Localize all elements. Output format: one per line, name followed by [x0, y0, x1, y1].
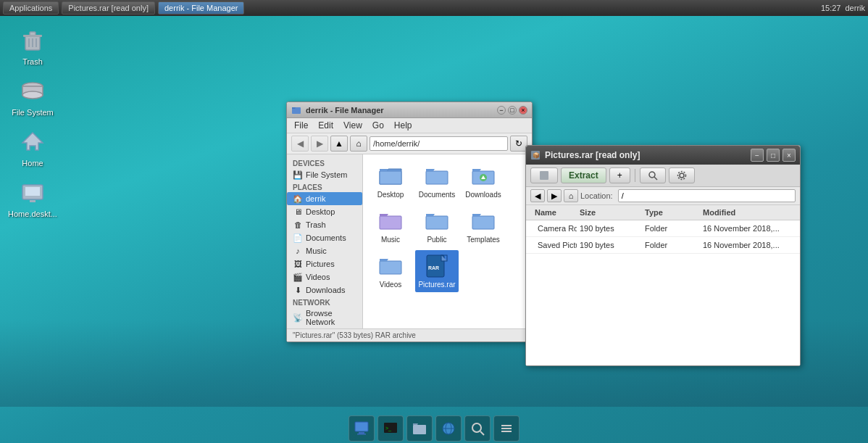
sidebar-item-browse-network[interactable]: 📡 Browse Network: [287, 307, 362, 328]
fm-menu-help[interactable]: Help: [393, 120, 414, 131]
taskbar-top: Applications Pictures.rar [read only] de…: [0, 0, 868, 16]
terminal-icon: >_: [383, 421, 398, 436]
file-manager-window: derrik - File Manager − □ × File Edit Vi…: [286, 102, 533, 342]
sidebar-item-desktop[interactable]: 🖥 Desktop: [287, 205, 362, 218]
arch-nav: ◀ ▶ ⌂ Location: /: [526, 187, 800, 205]
file-desktop[interactable]: Desktop: [369, 160, 412, 202]
arch-home-btn[interactable]: ⌂: [564, 189, 578, 202]
public-folder-icon: [424, 208, 450, 234]
svg-text:📦: 📦: [533, 152, 540, 159]
arch-settings-btn[interactable]: [669, 167, 695, 183]
fm-status-text: "Pictures.rar" (533 bytes) RAR archive: [293, 331, 416, 339]
window2-button[interactable]: derrik - File Manager: [158, 1, 244, 15]
downloads-icon: ⬇: [293, 285, 303, 295]
file-videos[interactable]: Videos: [369, 250, 412, 292]
svg-marker-17: [380, 169, 388, 171]
window1-button[interactable]: Pictures.rar [read only]: [62, 1, 155, 15]
applications-button[interactable]: Applications: [3, 1, 59, 15]
arch-forward-btn[interactable]: ▶: [547, 189, 562, 202]
svg-marker-27: [426, 214, 435, 216]
file-public-label: Public: [427, 236, 446, 244]
network-icon: 📡: [293, 312, 303, 323]
fm-title: derrik - File Manager: [306, 106, 384, 115]
sidebar-item-pictures[interactable]: 🖼 Pictures: [287, 257, 362, 270]
arch-search-btn[interactable]: [640, 167, 666, 183]
arch-minimize-btn[interactable]: −: [751, 149, 764, 162]
dock-menu-btn[interactable]: [493, 415, 519, 442]
dock-terminal-btn[interactable]: >_: [377, 415, 404, 442]
dock-monitor-btn[interactable]: [349, 415, 375, 442]
sidebar-item-documents[interactable]: 📄 Documents: [287, 231, 362, 244]
fm-address-bar[interactable]: /home/derrik/: [370, 136, 508, 151]
svg-marker-31: [380, 259, 388, 261]
dock-folder-btn[interactable]: [406, 415, 433, 442]
sidebar-item-derrik[interactable]: 🏠 derrik: [287, 192, 362, 205]
trash-sidebar-icon: 🗑: [293, 220, 303, 230]
arch-table-body: Camera Roll 190 bytes Folder 16 November…: [526, 220, 800, 365]
user-home-icon: 🏠: [293, 194, 303, 204]
file-music[interactable]: Music: [369, 205, 412, 247]
svg-rect-38: [540, 171, 548, 180]
arch-extract-btn[interactable]: Extract: [561, 167, 606, 183]
dock-search-btn[interactable]: [464, 415, 491, 442]
taskbar-bottom: >_: [0, 414, 868, 443]
trash-icon: [18, 25, 47, 54]
arch-row-0[interactable]: Camera Roll 190 bytes Folder 16 November…: [526, 220, 800, 237]
file-pictures-rar[interactable]: RAR Pictures.rar: [415, 250, 459, 292]
svg-line-40: [654, 177, 657, 180]
fm-statusbar: "Pictures.rar" (533 bytes) RAR archive: [287, 328, 532, 341]
fm-menu-view[interactable]: View: [342, 120, 364, 131]
cell-name-0: Camera Roll: [532, 222, 577, 235]
file-downloads[interactable]: Downloads: [462, 160, 505, 202]
sidebar-item-filesystem[interactable]: 💾 File System: [287, 168, 362, 181]
sidebar-item-downloads[interactable]: ⬇ Downloads: [287, 283, 362, 297]
fm-close-btn[interactable]: ×: [519, 106, 527, 115]
svg-rect-49: [357, 434, 366, 435]
arch-row-1[interactable]: Saved Pictures 190 bytes Folder 16 Novem…: [526, 237, 800, 254]
arch-maximize-btn[interactable]: □: [767, 149, 780, 162]
sidebar-item-trash[interactable]: 🗑 Trash: [287, 218, 362, 231]
svg-rect-24: [380, 216, 401, 229]
file-public[interactable]: Public: [415, 205, 459, 247]
cell-modified-1: 16 November 2018,...: [700, 239, 794, 252]
desktop-icon-filesystem[interactable]: File System: [7, 76, 58, 117]
fm-menu-file[interactable]: File: [293, 120, 309, 131]
svg-line-58: [480, 431, 484, 435]
dock-globe-btn[interactable]: [435, 415, 462, 442]
arch-icon-btn[interactable]: [530, 167, 558, 183]
desktop-icon-trash[interactable]: Trash: [7, 25, 58, 67]
arch-window-buttons: − □ ×: [751, 149, 796, 162]
fm-menu-edit[interactable]: Edit: [317, 120, 335, 131]
arch-close-btn[interactable]: ×: [783, 149, 796, 162]
svg-marker-53: [413, 423, 418, 425]
arch-location-bar[interactable]: /: [618, 189, 796, 202]
svg-point-39: [649, 172, 655, 178]
location-label: Location:: [580, 191, 613, 200]
fm-home-btn[interactable]: ⌂: [350, 136, 367, 152]
fm-back-btn[interactable]: ◀: [291, 136, 309, 152]
documents-icon: 📄: [293, 233, 303, 243]
svg-point-42: [677, 172, 685, 180]
arch-titlebar: 📦 Pictures.rar [read only] − □ ×: [526, 146, 800, 165]
taskbar-right: 15:27 derrik: [821, 4, 865, 12]
desktop-icon-homedesktop[interactable]: Home.deskt...: [7, 178, 58, 219]
file-pictures-rar-label: Pictures.rar: [418, 281, 455, 289]
file-documents[interactable]: Documents: [415, 160, 459, 202]
clock: 15:27: [821, 4, 841, 12]
fm-menu-go[interactable]: Go: [371, 120, 385, 131]
arch-add-btn[interactable]: +: [609, 167, 630, 183]
file-templates[interactable]: Templates: [462, 205, 505, 247]
fm-up-btn[interactable]: ▲: [330, 136, 348, 152]
desktop-icon-home[interactable]: Home: [7, 127, 58, 168]
fm-minimize-btn[interactable]: −: [497, 106, 506, 115]
home-label: Home: [22, 159, 43, 168]
sidebar-item-music[interactable]: ♪ Music: [287, 244, 362, 257]
fm-forward-btn[interactable]: ▶: [311, 136, 328, 152]
downloads-folder-icon: [470, 163, 496, 189]
file-documents-label: Documents: [419, 191, 456, 199]
arch-back-btn[interactable]: ◀: [530, 189, 545, 202]
arch-toolbar: Extract +: [526, 165, 800, 187]
fm-maximize-btn[interactable]: □: [508, 106, 517, 115]
rar-file-icon: RAR: [424, 253, 450, 279]
sidebar-item-videos[interactable]: 🎬 Videos: [287, 270, 362, 283]
